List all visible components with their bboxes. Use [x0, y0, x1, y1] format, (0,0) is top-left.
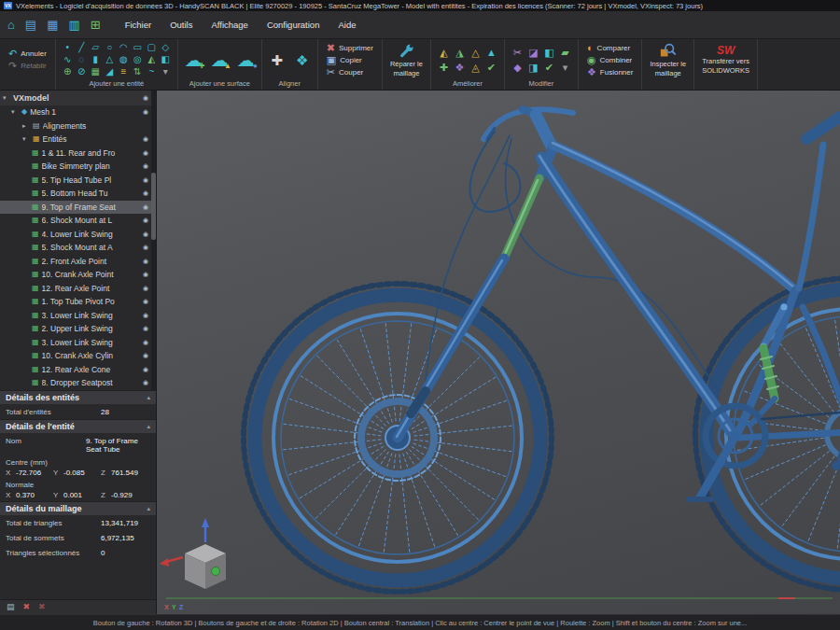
delete-entity-icon[interactable]: ✖	[23, 603, 31, 611]
trim-icon[interactable]: ◪	[525, 45, 541, 60]
tree-scrollbar-thumb[interactable]	[151, 173, 156, 240]
clean-mesh-icon[interactable]: ◬	[468, 60, 483, 75]
menu-configuration[interactable]: Configuration	[259, 17, 328, 33]
visibility-eye-icon[interactable]: ◉	[143, 176, 148, 184]
slot-icon[interactable]: ▢	[145, 42, 159, 54]
fix-spikes-icon[interactable]: ◭	[436, 45, 452, 60]
optimize-boundaries-icon[interactable]: ❖	[452, 60, 468, 75]
tree-entity-item[interactable]: ▦ 3. Lower Link Swing ◉	[0, 309, 156, 323]
visibility-eye-icon[interactable]: ◉	[143, 162, 148, 170]
visibility-eye-icon[interactable]: ◉	[143, 339, 148, 346]
entities-details-header[interactable]: Détails des entités ▴	[0, 390, 156, 404]
point-icon[interactable]: •	[61, 42, 75, 54]
torus-icon[interactable]: ◎	[131, 54, 145, 66]
polygon-icon[interactable]: ◇	[159, 42, 173, 54]
visibility-eye-icon[interactable]: ◉	[143, 298, 148, 305]
3d-viewport[interactable]: X Y Z	[157, 91, 840, 614]
tree-entity-item[interactable]: ▦ 3. Lower Link Swing ◉	[0, 336, 156, 350]
decimate-icon[interactable]: ▲	[483, 45, 499, 60]
visibility-eye-icon[interactable]: ◉	[143, 379, 148, 386]
more-entities-icon[interactable]: ▾	[159, 66, 173, 78]
apply-modifier-icon[interactable]: ✔	[541, 60, 557, 75]
delete-all-icon[interactable]: ✖	[38, 603, 46, 611]
visibility-eye-icon[interactable]: ◉	[143, 352, 148, 359]
cut-button[interactable]: ✂ Couper	[323, 66, 377, 78]
mesh-plane-icon[interactable]: ▦	[89, 66, 103, 78]
tree-entity-item[interactable]: ▦ 9. Top of Frame Seat ◉	[0, 201, 156, 215]
new-document-icon[interactable]: ▤	[25, 19, 36, 31]
visibility-eye-icon[interactable]: ◉	[143, 231, 148, 238]
menu-fichier[interactable]: Fichier	[118, 17, 160, 33]
ellipse-icon[interactable]: ◌	[75, 54, 89, 66]
visibility-eye-icon[interactable]: ◉	[143, 217, 148, 224]
visibility-eye-icon[interactable]: ◉	[143, 149, 148, 157]
tree-entity-item[interactable]: ▦ 5. Bottom Head Tu ◉	[0, 187, 156, 201]
list-view-icon[interactable]: ▤	[7, 603, 15, 611]
fill-holes-icon[interactable]: △	[468, 45, 483, 60]
visibility-eye-icon[interactable]: ◉	[143, 258, 148, 265]
menu-affichage[interactable]: Affichage	[203, 17, 255, 33]
repair-mesh-button[interactable]: Réparer le maillage	[387, 42, 426, 78]
visibility-eye-icon[interactable]: ◉	[143, 325, 148, 332]
orientation-cube[interactable]	[160, 518, 226, 589]
collapse-arrow-icon[interactable]: ▾	[22, 135, 30, 143]
sphere-icon[interactable]: ◍	[117, 54, 131, 66]
tree-entity-item[interactable]: ▦ 10. Crank Axle Cylin ◉	[0, 349, 156, 363]
visibility-eye-icon[interactable]: ◉	[143, 203, 148, 211]
split-icon[interactable]: ◨	[525, 60, 541, 75]
cross-section-icon[interactable]: ⊘	[75, 66, 89, 78]
3d-scene[interactable]: X Y Z	[157, 91, 840, 614]
tree-entity-item[interactable]: ▦ 2. Upper Link Swing ◉	[0, 322, 156, 336]
visibility-eye-icon[interactable]: ◉	[143, 189, 148, 197]
tree-item-alignments[interactable]: ▸ ▤ Alignements	[0, 119, 156, 133]
wedge-icon[interactable]: ◢	[103, 66, 117, 78]
menu-outils[interactable]: Outils	[162, 17, 200, 33]
tree-entity-item[interactable]: ▦ Bike Simmetry plan ◉	[0, 160, 156, 174]
visibility-eye-icon[interactable]: ◉	[143, 312, 148, 319]
save-session-icon[interactable]: ▥	[68, 19, 79, 31]
visibility-eye-icon[interactable]: ◉	[143, 285, 148, 292]
circle-icon[interactable]: ○	[103, 42, 117, 54]
open-project-icon[interactable]: ▦	[47, 19, 58, 31]
tree-entity-item[interactable]: ▦ 12. Rear Axle Point ◉	[0, 282, 156, 296]
undo-button[interactable]: ↶ Annuler	[5, 48, 50, 60]
target-point-icon[interactable]: ⊕	[61, 66, 75, 78]
surface-manual-icon[interactable]: ☁ ●	[235, 51, 257, 69]
align-best-fit-icon[interactable]: ✚	[267, 48, 287, 72]
arc-icon[interactable]: ◠	[117, 42, 131, 54]
validate-mesh-icon[interactable]: ✔	[483, 60, 499, 75]
visibility-eye-icon[interactable]: ◉	[143, 244, 148, 251]
tree-entity-item[interactable]: ▦ 5. Tip Head Tube Pl ◉	[0, 174, 156, 188]
tree-entity-item[interactable]: ▦ 5. Shock Mount at A ◉	[0, 241, 156, 255]
collapse-arrow-icon[interactable]: ▸	[22, 122, 30, 130]
combine-button[interactable]: ◉ Combiner	[583, 54, 637, 66]
delete-button[interactable]: ✖ Supprimer	[323, 42, 377, 54]
offset-icon[interactable]: ◆	[510, 60, 525, 75]
visibility-eye-icon[interactable]: ◉	[143, 94, 148, 102]
tree-entity-item[interactable]: ▦ 12. Rear Axle Cone ◉	[0, 363, 156, 377]
stacked-planes-icon[interactable]: ≡	[117, 66, 131, 78]
collapse-arrow-icon[interactable]: ▾	[3, 94, 10, 102]
tree-entity-item[interactable]: ▦ 6. Shock Mount at L ◉	[0, 214, 156, 228]
surface-auto-icon[interactable]: ☁ ✚	[183, 51, 204, 69]
tree-entity-item[interactable]: ▦ 10. Crank Axle Point ◉	[0, 268, 156, 282]
add-module-icon[interactable]: ⊞	[91, 19, 101, 31]
tree-entity-item[interactable]: ▦ 4. Lower Link Swing ◉	[0, 228, 156, 242]
pyramid-icon[interactable]: ◭	[145, 54, 159, 66]
visibility-eye-icon[interactable]: ◉	[143, 108, 148, 116]
prism-icon[interactable]: ◧	[159, 54, 173, 66]
cylinder-icon[interactable]: ▮	[89, 54, 103, 66]
tree-entity-item[interactable]: ▦ 1. Top Tube Pivot Po ◉	[0, 295, 156, 309]
visibility-eye-icon[interactable]: ◉	[143, 271, 148, 278]
spline-icon[interactable]: ∿	[61, 54, 75, 66]
cut-mesh-icon[interactable]: ✂	[510, 45, 525, 60]
visibility-eye-icon[interactable]: ◉	[143, 135, 148, 143]
mirror-icon[interactable]: ◧	[541, 45, 557, 60]
rectangle-icon[interactable]: ▭	[131, 42, 145, 54]
smooth-mesh-icon[interactable]: ◮	[452, 45, 468, 60]
more-modifiers-icon[interactable]: ▾	[557, 60, 573, 75]
tree-entity-item[interactable]: ▦ 2. Front Axle Point ◉	[0, 255, 156, 269]
mesh-details-header[interactable]: Détails du maillage ▴	[0, 501, 156, 515]
redo-button[interactable]: ↷ Rétablir	[5, 60, 50, 72]
home-icon[interactable]: ⌂	[7, 19, 15, 31]
